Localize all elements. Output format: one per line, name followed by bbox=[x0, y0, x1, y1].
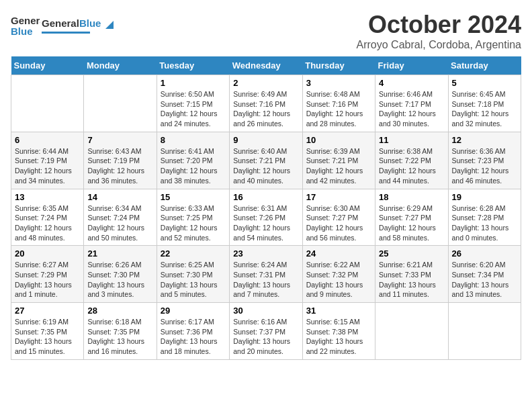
day-number: 6 bbox=[15, 135, 80, 145]
calendar-cell: 11Sunrise: 6:38 AM Sunset: 7:22 PM Dayli… bbox=[375, 132, 448, 189]
weekday-header-tuesday: Tuesday bbox=[157, 56, 229, 75]
day-info: Sunrise: 6:26 AM Sunset: 7:30 PM Dayligh… bbox=[87, 260, 152, 300]
day-number: 9 bbox=[233, 135, 298, 145]
page-subtitle: Arroyo Cabral, Cordoba, Argentina bbox=[357, 39, 521, 51]
calendar-cell: 25Sunrise: 6:21 AM Sunset: 7:33 PM Dayli… bbox=[375, 246, 448, 303]
calendar-cell: 20Sunrise: 6:27 AM Sunset: 7:29 PM Dayli… bbox=[11, 246, 84, 303]
day-info: Sunrise: 6:35 AM Sunset: 7:24 PM Dayligh… bbox=[15, 203, 80, 243]
calendar-cell bbox=[448, 303, 521, 360]
weekday-header-wednesday: Wednesday bbox=[230, 56, 302, 75]
day-info: Sunrise: 6:15 AM Sunset: 7:38 PM Dayligh… bbox=[306, 317, 371, 357]
calendar-cell: 26Sunrise: 6:20 AM Sunset: 7:34 PM Dayli… bbox=[448, 246, 521, 303]
calendar-cell: 24Sunrise: 6:22 AM Sunset: 7:32 PM Dayli… bbox=[302, 246, 375, 303]
day-info: Sunrise: 6:24 AM Sunset: 7:31 PM Dayligh… bbox=[233, 260, 298, 300]
calendar-table: SundayMondayTuesdayWednesdayThursdayFrid… bbox=[11, 56, 521, 360]
calendar-cell bbox=[11, 75, 84, 132]
day-number: 26 bbox=[452, 248, 517, 259]
day-info: Sunrise: 6:46 AM Sunset: 7:17 PM Dayligh… bbox=[379, 89, 444, 129]
day-number: 20 bbox=[15, 248, 80, 259]
calendar-cell: 27Sunrise: 6:19 AM Sunset: 7:35 PM Dayli… bbox=[11, 303, 84, 360]
day-info: Sunrise: 6:39 AM Sunset: 7:21 PM Dayligh… bbox=[306, 146, 371, 186]
day-number: 10 bbox=[306, 135, 371, 145]
day-number: 12 bbox=[452, 135, 517, 145]
day-info: Sunrise: 6:49 AM Sunset: 7:16 PM Dayligh… bbox=[233, 89, 298, 129]
day-info: Sunrise: 6:16 AM Sunset: 7:37 PM Dayligh… bbox=[233, 317, 298, 357]
day-number: 27 bbox=[15, 306, 80, 316]
day-number: 4 bbox=[379, 78, 444, 88]
day-info: Sunrise: 6:40 AM Sunset: 7:21 PM Dayligh… bbox=[233, 146, 298, 186]
day-number: 13 bbox=[15, 192, 80, 202]
calendar-cell: 16Sunrise: 6:31 AM Sunset: 7:26 PM Dayli… bbox=[230, 189, 302, 246]
weekday-header-friday: Friday bbox=[375, 56, 448, 75]
day-info: Sunrise: 6:17 AM Sunset: 7:36 PM Dayligh… bbox=[161, 317, 226, 357]
calendar-cell: 14Sunrise: 6:34 AM Sunset: 7:24 PM Dayli… bbox=[84, 189, 157, 246]
logo-general: General bbox=[42, 17, 79, 29]
calendar-cell: 10Sunrise: 6:39 AM Sunset: 7:21 PM Dayli… bbox=[302, 132, 375, 189]
day-number: 7 bbox=[87, 135, 152, 145]
day-info: Sunrise: 6:18 AM Sunset: 7:35 PM Dayligh… bbox=[87, 317, 152, 357]
calendar-week-3: 13Sunrise: 6:35 AM Sunset: 7:24 PM Dayli… bbox=[11, 189, 521, 246]
day-number: 19 bbox=[452, 192, 517, 202]
day-number: 22 bbox=[161, 248, 226, 259]
day-number: 17 bbox=[306, 192, 371, 202]
day-number: 30 bbox=[233, 306, 298, 316]
calendar-week-4: 20Sunrise: 6:27 AM Sunset: 7:29 PM Dayli… bbox=[11, 246, 521, 303]
calendar-week-1: 1Sunrise: 6:50 AM Sunset: 7:15 PM Daylig… bbox=[11, 75, 521, 132]
day-info: Sunrise: 6:38 AM Sunset: 7:22 PM Dayligh… bbox=[379, 146, 444, 186]
day-info: Sunrise: 6:50 AM Sunset: 7:15 PM Dayligh… bbox=[161, 89, 226, 129]
day-info: Sunrise: 6:30 AM Sunset: 7:27 PM Dayligh… bbox=[306, 203, 371, 243]
day-info: Sunrise: 6:43 AM Sunset: 7:19 PM Dayligh… bbox=[87, 146, 152, 186]
calendar-cell: 29Sunrise: 6:17 AM Sunset: 7:36 PM Dayli… bbox=[157, 303, 229, 360]
day-info: Sunrise: 6:21 AM Sunset: 7:33 PM Dayligh… bbox=[379, 260, 444, 300]
day-info: Sunrise: 6:41 AM Sunset: 7:20 PM Dayligh… bbox=[161, 146, 226, 186]
day-number: 15 bbox=[161, 192, 226, 202]
day-number: 11 bbox=[379, 135, 444, 145]
page-header: General Blue GeneralBlue October 2024 Ar… bbox=[11, 11, 521, 51]
day-number: 2 bbox=[233, 78, 298, 88]
page-title: October 2024 bbox=[357, 11, 521, 39]
svg-text:General: General bbox=[11, 15, 40, 26]
day-info: Sunrise: 6:28 AM Sunset: 7:28 PM Dayligh… bbox=[452, 203, 517, 243]
day-number: 21 bbox=[87, 248, 152, 259]
title-block: October 2024 Arroyo Cabral, Cordoba, Arg… bbox=[357, 11, 521, 51]
logo-blue-text: Blue bbox=[79, 17, 101, 29]
calendar-cell: 15Sunrise: 6:33 AM Sunset: 7:25 PM Dayli… bbox=[157, 189, 229, 246]
day-number: 25 bbox=[379, 248, 444, 259]
logo-underline bbox=[42, 32, 90, 34]
day-info: Sunrise: 6:27 AM Sunset: 7:29 PM Dayligh… bbox=[15, 260, 80, 300]
day-number: 24 bbox=[306, 248, 371, 259]
day-number: 23 bbox=[233, 248, 298, 259]
calendar-cell: 9Sunrise: 6:40 AM Sunset: 7:21 PM Daylig… bbox=[230, 132, 302, 189]
weekday-header-saturday: Saturday bbox=[448, 56, 521, 75]
day-number: 3 bbox=[306, 78, 371, 88]
calendar-cell: 28Sunrise: 6:18 AM Sunset: 7:35 PM Dayli… bbox=[84, 303, 157, 360]
calendar-cell: 22Sunrise: 6:25 AM Sunset: 7:30 PM Dayli… bbox=[157, 246, 229, 303]
calendar-cell: 30Sunrise: 6:16 AM Sunset: 7:37 PM Dayli… bbox=[230, 303, 302, 360]
calendar-cell: 12Sunrise: 6:36 AM Sunset: 7:23 PM Dayli… bbox=[448, 132, 521, 189]
day-info: Sunrise: 6:36 AM Sunset: 7:23 PM Dayligh… bbox=[452, 146, 517, 186]
calendar-cell: 7Sunrise: 6:43 AM Sunset: 7:19 PM Daylig… bbox=[84, 132, 157, 189]
day-number: 1 bbox=[161, 78, 226, 88]
logo-icon: General Blue bbox=[11, 11, 40, 40]
day-info: Sunrise: 6:29 AM Sunset: 7:27 PM Dayligh… bbox=[379, 203, 444, 243]
header-row: SundayMondayTuesdayWednesdayThursdayFrid… bbox=[11, 56, 521, 75]
day-info: Sunrise: 6:48 AM Sunset: 7:16 PM Dayligh… bbox=[306, 89, 371, 129]
day-info: Sunrise: 6:22 AM Sunset: 7:32 PM Dayligh… bbox=[306, 260, 371, 300]
calendar-cell: 19Sunrise: 6:28 AM Sunset: 7:28 PM Dayli… bbox=[448, 189, 521, 246]
day-info: Sunrise: 6:34 AM Sunset: 7:24 PM Dayligh… bbox=[87, 203, 152, 243]
svg-marker-3 bbox=[105, 21, 114, 29]
calendar-cell: 21Sunrise: 6:26 AM Sunset: 7:30 PM Dayli… bbox=[84, 246, 157, 303]
calendar-cell: 2Sunrise: 6:49 AM Sunset: 7:16 PM Daylig… bbox=[230, 75, 302, 132]
day-number: 31 bbox=[306, 306, 371, 316]
day-number: 29 bbox=[161, 306, 226, 316]
calendar-cell: 13Sunrise: 6:35 AM Sunset: 7:24 PM Dayli… bbox=[11, 189, 84, 246]
logo-arrow-icon bbox=[104, 19, 115, 30]
day-number: 18 bbox=[379, 192, 444, 202]
calendar-cell bbox=[375, 303, 448, 360]
calendar-week-5: 27Sunrise: 6:19 AM Sunset: 7:35 PM Dayli… bbox=[11, 303, 521, 360]
calendar-cell: 5Sunrise: 6:45 AM Sunset: 7:18 PM Daylig… bbox=[448, 75, 521, 132]
calendar-cell: 1Sunrise: 6:50 AM Sunset: 7:15 PM Daylig… bbox=[157, 75, 229, 132]
calendar-cell: 31Sunrise: 6:15 AM Sunset: 7:38 PM Dayli… bbox=[302, 303, 375, 360]
svg-text:Blue: Blue bbox=[11, 26, 33, 37]
day-number: 28 bbox=[87, 306, 152, 316]
